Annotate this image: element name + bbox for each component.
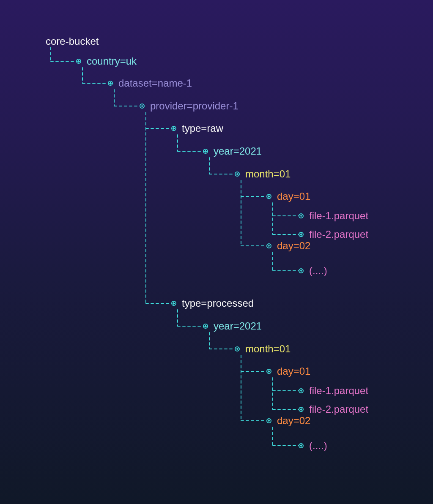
tree-node-day-raw-2: day=02	[277, 241, 310, 251]
tree-connectors	[0, 0, 433, 504]
tree-leaf-file-processed-1: file-1.parquet	[309, 386, 368, 396]
tree-node-dataset: dataset=name-1	[118, 78, 192, 88]
node-bullet-icon	[171, 126, 176, 131]
tree-node-country: country=uk	[87, 56, 137, 66]
tree-node-year-raw: year=2021	[214, 146, 262, 156]
node-bullet-icon	[203, 324, 208, 329]
tree-node-month-processed: month=01	[245, 344, 290, 354]
node-bullet-icon	[266, 369, 271, 374]
tree-node-day-raw-1: day=01	[277, 191, 310, 202]
tree-node-day-processed-1: day=01	[277, 366, 310, 376]
node-bullet-icon	[203, 149, 208, 154]
tree-leaf-file-processed-2: file-2.parquet	[309, 404, 368, 414]
tree-node-day-processed-2: day=02	[277, 416, 310, 426]
node-bullet-icon	[266, 243, 271, 248]
tree-node-month-raw: month=01	[245, 169, 290, 179]
node-bullet-icon	[108, 81, 113, 86]
tree-node-type-raw: type=raw	[182, 123, 223, 133]
node-bullet-icon	[76, 59, 81, 64]
tree-leaf-file-raw-2: file-2.parquet	[309, 229, 368, 240]
tree-node-type-processed: type=processed	[182, 298, 254, 308]
tree-node-year-processed: year=2021	[214, 321, 262, 331]
tree-root: core-bucket	[46, 36, 99, 46]
node-bullet-icon	[299, 388, 304, 393]
tree-leaf-ellipsis-raw: (....)	[309, 266, 327, 276]
node-bullet-icon	[299, 232, 304, 237]
node-bullet-icon	[266, 194, 271, 199]
node-bullet-icon	[299, 443, 304, 448]
node-bullet-icon	[235, 346, 240, 351]
tree-leaf-file-raw-1: file-1.parquet	[309, 211, 368, 221]
node-bullet-icon	[140, 104, 145, 109]
node-bullet-icon	[299, 268, 304, 273]
tree-leaf-ellipsis-processed: (....)	[309, 441, 327, 451]
node-bullet-icon	[266, 418, 271, 423]
node-bullet-icon	[235, 172, 240, 177]
node-bullet-icon	[299, 407, 304, 412]
node-bullet-icon	[171, 301, 176, 306]
tree-node-provider: provider=provider-1	[150, 101, 238, 111]
node-bullet-icon	[299, 213, 304, 218]
